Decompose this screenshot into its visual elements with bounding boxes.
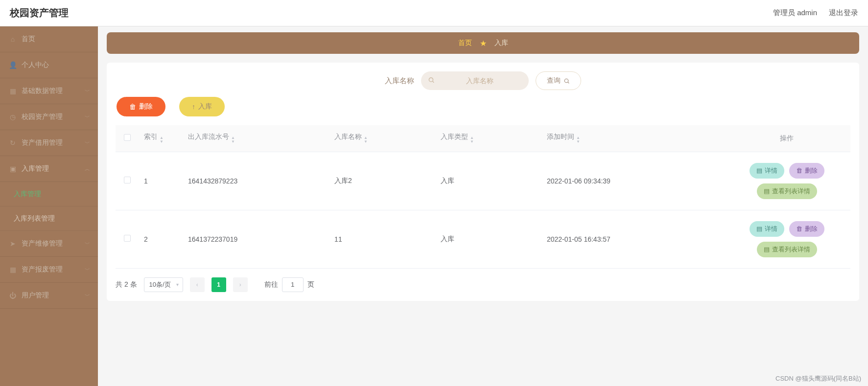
row-checkbox[interactable] [124, 235, 131, 242]
app-title: 校园资产管理 [10, 6, 69, 20]
cell-time: 2022-01-06 09:34:39 [542, 152, 723, 210]
cell-index: 2 [139, 210, 183, 268]
cell-time: 2022-01-05 16:43:57 [542, 210, 723, 268]
add-instock-button[interactable]: ↑ 入库 [179, 97, 225, 116]
cell-serial: 1641372237019 [183, 210, 329, 268]
sort-icon: ▲▼ [231, 136, 235, 144]
row-delete-button[interactable]: 🗑 删除 [789, 163, 824, 179]
chevron-down-icon: ﹀ [85, 114, 90, 121]
bulk-delete-label: 删除 [139, 102, 153, 111]
sidebar-item-label: 首页 [22, 35, 35, 44]
arrow-up-icon: ↑ [192, 103, 195, 111]
svg-line-1 [433, 81, 434, 83]
search-icon [428, 77, 435, 85]
page-jump-suffix: 页 [307, 280, 314, 289]
col-time[interactable]: 添加时间▲▼ [542, 125, 723, 152]
sort-icon: ▲▼ [160, 136, 164, 144]
breadcrumb: 首页 ★ 入库 [107, 32, 859, 54]
page-next-button[interactable]: › [233, 277, 248, 292]
row-delete-button[interactable]: 🗑 删除 [789, 221, 824, 237]
row-checkbox[interactable] [124, 177, 131, 183]
sidebar-item-label: 用户管理 [22, 291, 49, 300]
apps-icon: ▦ [9, 266, 17, 273]
page-jump-input[interactable] [282, 277, 304, 292]
sidebar-item-scrap[interactable]: ▦ 资产报废管理 ﹀ [0, 257, 98, 283]
svg-point-0 [429, 78, 433, 82]
sidebar-item-profile[interactable]: 👤 个人中心 [0, 52, 98, 78]
sidebar-subitem-instock-list[interactable]: 入库列表管理 [0, 206, 98, 231]
sidebar-subitem-label: 入库列表管理 [14, 214, 55, 223]
page-size-select[interactable]: 10条/页 [144, 277, 183, 292]
pagination-total: 共 2 条 [116, 280, 137, 289]
page-number-button[interactable]: 1 [211, 277, 226, 292]
cell-serial: 1641432879223 [183, 152, 329, 210]
list-icon: ▤ [764, 187, 770, 195]
data-table: 索引▲▼ 出入库流水号▲▼ 入库名称▲▼ 入库类型▲▼ 添加时间▲▼ 操作 1 … [116, 125, 850, 269]
col-index[interactable]: 索引▲▼ [139, 125, 183, 152]
search-label: 入库名称 [385, 76, 414, 86]
sidebar-subitem-label: 入库管理 [14, 190, 41, 199]
page-jump-prefix: 前往 [264, 280, 278, 289]
svg-line-3 [568, 82, 569, 83]
breadcrumb-home[interactable]: 首页 [458, 39, 472, 47]
table-row: 1 1641432879223 入库2 入库 2022-01-06 09:34:… [116, 152, 850, 210]
loop-icon: ↻ [9, 139, 17, 147]
cell-name: 入库2 [329, 152, 436, 210]
main-content: 首页 ★ 入库 入库名称 查询 🗑 [98, 26, 868, 386]
page-jump: 前往 页 [264, 277, 314, 292]
row-actions: ▤ 详情 🗑 删除 ▤ 查看列表详情 [733, 163, 841, 199]
bulk-delete-button[interactable]: 🗑 删除 [117, 97, 165, 116]
row-list-detail-button[interactable]: ▤ 查看列表详情 [757, 242, 817, 257]
row-list-detail-button[interactable]: ▤ 查看列表详情 [757, 183, 817, 199]
sidebar-item-label: 入库管理 [22, 164, 49, 173]
user-icon: 👤 [9, 61, 17, 69]
sidebar-item-borrow[interactable]: ↻ 资产借用管理 ﹀ [0, 130, 98, 156]
sidebar-item-home[interactable]: ⌂ 首页 [0, 26, 98, 52]
query-button[interactable]: 查询 [536, 71, 581, 90]
sidebar-item-users[interactable]: ⏻ 用户管理 ﹀ [0, 283, 98, 309]
col-action: 操作 [723, 125, 850, 152]
col-type[interactable]: 入库类型▲▼ [436, 125, 542, 152]
sidebar-item-label: 个人中心 [22, 61, 49, 69]
logout-link[interactable]: 退出登录 [829, 8, 858, 18]
list-icon: ▤ [756, 225, 762, 232]
sidebar-item-label: 资产报废管理 [22, 265, 63, 274]
sidebar-item-label: 资产维修管理 [22, 239, 63, 248]
col-checkbox [116, 125, 139, 152]
user-label[interactable]: 管理员 admin [773, 8, 817, 18]
pagination: 共 2 条 10条/页 ‹ 1 › 前往 页 [116, 277, 850, 292]
query-button-label: 查询 [547, 76, 561, 85]
search-bar: 入库名称 查询 [116, 71, 850, 90]
table-row: 2 1641372237019 11 入库 2022-01-05 16:43:5… [116, 210, 850, 268]
sort-icon: ▲▼ [576, 136, 580, 144]
sidebar-item-asset[interactable]: ◷ 校园资产管理 ﹀ [0, 104, 98, 130]
page-prev-button[interactable]: ‹ [190, 277, 205, 292]
add-instock-label: 入库 [198, 102, 212, 111]
star-icon: ★ [480, 39, 487, 48]
chevron-down-icon: ﹀ [85, 240, 90, 248]
chevron-up-icon: ︿ [85, 165, 90, 173]
cell-index: 1 [139, 152, 183, 210]
breadcrumb-current: 入库 [494, 39, 508, 47]
sidebar-item-repair[interactable]: ➤ 资产维修管理 ﹀ [0, 231, 98, 257]
sidebar: ⌂ 首页 👤 个人中心 ▦ 基础数据管理 ﹀ ◷ 校园资产管理 ﹀ ↻ 资产借用… [0, 26, 98, 386]
search-icon [563, 78, 570, 84]
search-input[interactable] [421, 71, 529, 90]
row-detail-button[interactable]: ▤ 详情 [750, 221, 784, 237]
svg-point-2 [564, 79, 568, 83]
footer-watermark: CSDN @猫头鹰源码(同名B站) [775, 374, 861, 383]
sidebar-item-instock[interactable]: ▣ 入库管理 ︿ [0, 156, 98, 182]
col-name[interactable]: 入库名称▲▼ [329, 125, 436, 152]
header: 校园资产管理 管理员 admin 退出登录 [0, 0, 868, 26]
search-input-wrap [421, 71, 529, 90]
col-serial[interactable]: 出入库流水号▲▼ [183, 125, 329, 152]
row-detail-button[interactable]: ▤ 详情 [750, 163, 784, 179]
chevron-down-icon: ﹀ [85, 266, 90, 273]
row-actions: ▤ 详情 🗑 删除 ▤ 查看列表详情 [733, 221, 841, 257]
sidebar-subitem-instock-mgmt[interactable]: 入库管理 [0, 182, 98, 206]
sidebar-item-basedata[interactable]: ▦ 基础数据管理 ﹀ [0, 78, 98, 104]
select-all-checkbox[interactable] [124, 134, 131, 141]
chevron-down-icon: ﹀ [85, 88, 90, 95]
content-card: 入库名称 查询 🗑 删除 ↑ [107, 63, 859, 301]
cell-type: 入库 [436, 210, 542, 268]
